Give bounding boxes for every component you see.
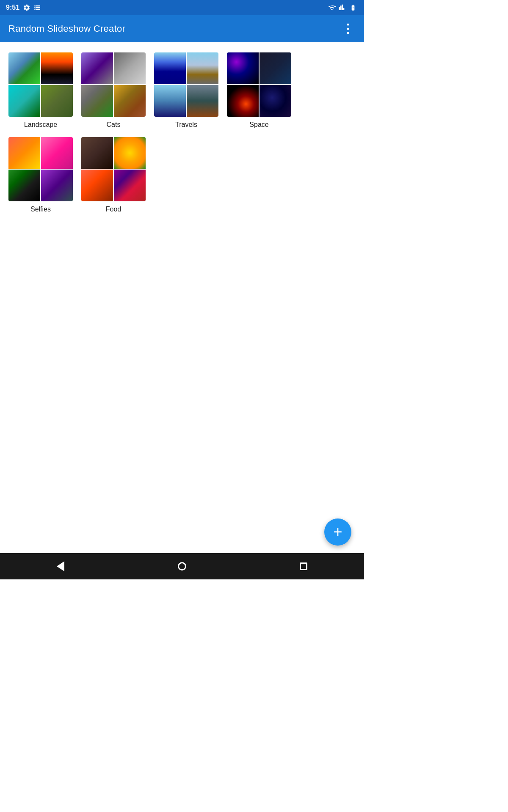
travels-thumbnail [154,52,218,117]
landscape-thumbnail [8,52,73,117]
food-thumb-br [114,170,146,201]
cats-thumb-tl [81,52,113,84]
storage-icon [34,4,41,11]
battery-icon [348,4,358,11]
back-button[interactable] [48,558,73,575]
cats-label: Cats [107,121,121,129]
landscape-thumb-br [41,85,73,117]
selfies-thumb-br [41,170,73,201]
settings-icon [23,4,30,11]
food-label: Food [106,206,121,213]
travels-thumb-br [187,85,218,117]
recent-square-icon [300,562,307,570]
selfies-thumb-tr [41,137,73,169]
travels-thumb-tr [187,52,218,84]
wifi-icon [328,4,336,11]
back-arrow-icon [57,561,64,571]
space-thumb-tl [227,52,259,84]
app-title: Random Slideshow Creator [8,23,125,34]
status-time: 9:51 [6,4,19,11]
food-thumb-tr [114,137,146,169]
landscape-thumb-bl [8,85,40,117]
food-thumbnail [81,137,146,201]
category-travels[interactable]: Travels [154,52,218,129]
status-bar: 9:51 [0,0,364,15]
cats-thumbnail [81,52,146,117]
home-button[interactable] [169,558,195,575]
more-menu-button[interactable] [340,21,356,36]
food-thumb-tl [81,137,113,169]
svg-point-2 [347,32,349,34]
add-icon: + [333,524,342,540]
add-slideshow-fab[interactable]: + [324,518,351,546]
categories-grid: Landscape Cats Travels Space [0,42,364,223]
category-food[interactable]: Food [81,137,146,213]
landscape-label: Landscape [24,121,57,129]
navigation-bar [0,553,364,579]
category-space[interactable]: Space [227,52,291,129]
signal-icon [339,4,345,11]
space-thumb-bl [227,85,259,117]
recent-apps-button[interactable] [291,558,316,575]
category-selfies[interactable]: Selfies [8,137,73,213]
category-cats[interactable]: Cats [81,52,146,129]
travels-label: Travels [175,121,197,129]
travels-thumb-bl [154,85,186,117]
space-label: Space [249,121,268,129]
selfies-thumb-tl [8,137,40,169]
landscape-thumb-tl [8,52,40,84]
selfies-label: Selfies [30,206,51,213]
home-circle-icon [178,562,186,571]
cats-thumb-bl [81,85,113,117]
selfies-thumbnail [8,137,73,201]
app-bar: Random Slideshow Creator [0,15,364,42]
space-thumb-tr [260,52,291,84]
status-left: 9:51 [6,4,41,11]
cats-thumb-tr [114,52,146,84]
space-thumbnail [227,52,291,117]
category-landscape[interactable]: Landscape [8,52,73,129]
svg-point-1 [347,28,349,30]
space-thumb-br [260,85,291,117]
travels-thumb-tl [154,52,186,84]
cats-thumb-br [114,85,146,117]
svg-point-0 [347,24,349,26]
selfies-thumb-bl [8,170,40,201]
status-right [328,4,358,11]
food-thumb-bl [81,170,113,201]
landscape-thumb-tr [41,52,73,84]
